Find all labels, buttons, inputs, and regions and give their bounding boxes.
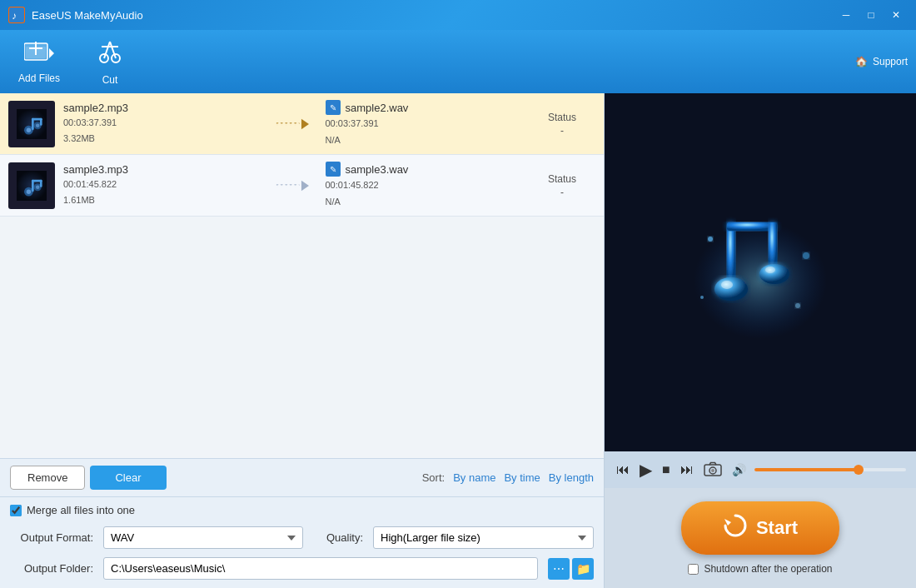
add-files-button[interactable]: Add Files [8,35,70,89]
output-info: ✎ sample2.wav 00:03:37.391 N/A [326,100,530,147]
folder-label: Output Folder: [10,562,93,575]
input-filename: sample2.mp3 [63,102,267,114]
screenshot-button[interactable] [702,460,724,481]
edit-icon: ✎ [326,162,341,177]
input-duration: 00:01:45.822 [63,177,267,192]
shutdown-checkbox[interactable] [688,564,699,575]
edit-icon: ✎ [326,100,341,115]
folder-path-input[interactable] [103,557,538,580]
sort-by-length[interactable]: By length [549,471,594,484]
start-icon [723,513,748,543]
merge-row: Merge all files into one [10,504,594,516]
output-duration: 00:01:45.822 [326,178,530,193]
file-row[interactable]: sample2.mp3 00:03:37.391 3.32MB ✎ sample… [0,93,604,155]
bottom-controls: Remove Clear Sort: By name By time By le… [0,458,604,496]
svg-point-40 [721,281,733,289]
status-label: Status [529,112,595,123]
start-label: Start [756,517,798,539]
toolbar: Add Files Cut 🏠 Support [0,30,916,93]
close-button[interactable]: ✕ [884,6,908,24]
stop-button[interactable]: ■ [660,461,672,479]
cut-icon [97,38,123,71]
titlebar: ♪ EaseUS MakeMyAudio ─ □ ✕ [0,0,916,30]
svg-point-29 [27,189,31,193]
output-extra: N/A [326,133,530,148]
svg-point-30 [36,185,40,189]
cut-label: Cut [102,74,118,86]
sort-by-time[interactable]: By time [504,471,540,484]
svg-marker-33 [301,180,308,191]
music-visual [677,189,844,356]
folder-open-button[interactable]: 📁 [572,558,594,580]
output-info: ✎ sample3.wav 00:01:45.822 N/A [326,162,530,209]
support-icon: 🏠 [855,56,868,67]
status-value: - [529,125,595,137]
format-row: Output Format: WAV MP3 AAC FLAC Quality:… [10,526,594,549]
maximize-button[interactable]: □ [859,6,883,24]
convert-arrow [267,176,317,196]
cut-button[interactable]: Cut [87,33,133,91]
svg-rect-17 [40,117,42,125]
add-files-label: Add Files [18,72,60,84]
input-duration: 00:03:37.391 [63,116,267,131]
status-label: Status [529,173,595,185]
output-duration: 00:03:37.391 [326,117,530,132]
clear-button[interactable]: Clear [90,466,166,490]
file-list: sample2.mp3 00:03:37.391 3.32MB ✎ sample… [0,93,604,458]
shutdown-row: Shutdown after the operation [688,563,832,575]
app-logo: ♪ [8,7,25,23]
minimize-button[interactable]: ─ [834,6,858,24]
svg-point-18 [27,127,31,132]
sort-by-name[interactable]: By name [453,471,495,484]
merge-label: Merge all files into one [27,504,135,516]
status-column: Status - [529,112,595,137]
preview-area [605,93,916,451]
file-row[interactable]: sample3.mp3 00:01:45.822 1.61MB ✎ sample… [0,155,604,217]
right-panel: ⏮ ▶ ■ ⏭ 🔊 [605,93,916,588]
svg-point-43 [803,252,809,259]
status-value: - [529,187,595,198]
output-extra: N/A [326,195,530,210]
volume-slider[interactable] [754,468,906,471]
window-controls: ─ □ ✕ [834,6,908,24]
output-filename: sample3.wav [346,163,409,176]
svg-point-48 [711,469,714,472]
folder-row: Output Folder: ⋯ 📁 [10,557,594,580]
svg-point-41 [765,267,775,273]
svg-text:♪: ♪ [12,10,17,22]
convert-arrow [267,114,317,134]
file-info: sample3.mp3 00:01:45.822 1.61MB [63,163,267,208]
folder-browse-button[interactable]: ⋯ [548,558,570,580]
skip-back-button[interactable]: ⏮ [615,461,631,479]
file-thumbnail [8,162,55,209]
merge-checkbox[interactable] [10,505,22,516]
input-size: 1.61MB [63,193,267,208]
play-button[interactable]: ▶ [638,458,654,481]
add-files-icon [24,40,54,69]
svg-point-45 [700,296,704,299]
file-info: sample2.mp3 00:03:37.391 3.32MB [63,102,267,147]
status-column: Status - [529,173,595,198]
quality-select[interactable]: High(Larger file size) Medium Low [373,526,594,549]
input-size: 3.32MB [63,132,267,147]
svg-marker-6 [49,48,54,58]
format-select[interactable]: WAV MP3 AAC FLAC [103,526,303,549]
start-area: Start Shutdown after the operation [605,488,916,588]
browse-icon: ⋯ [553,562,565,576]
quality-label: Quality: [313,531,363,544]
folder-buttons: ⋯ 📁 [548,558,594,580]
action-row: Remove Clear Sort: By name By time By le… [10,466,594,490]
support-label: Support [873,56,908,67]
remove-button[interactable]: Remove [10,466,85,490]
start-button[interactable]: Start [681,501,839,555]
options-area: Merge all files into one Output Format: … [0,496,604,588]
folder-icon: 📁 [576,562,590,576]
support-button[interactable]: 🏠 Support [855,56,908,67]
format-label: Output Format: [10,531,93,544]
input-filename: sample3.mp3 [63,163,267,176]
titlebar-left: ♪ EaseUS MakeMyAudio [8,7,143,23]
left-panel: sample2.mp3 00:03:37.391 3.32MB ✎ sample… [0,93,605,588]
music-note-svg [677,189,844,356]
skip-forward-button[interactable]: ⏭ [679,461,695,479]
player-controls: ⏮ ▶ ■ ⏭ 🔊 [605,451,916,488]
